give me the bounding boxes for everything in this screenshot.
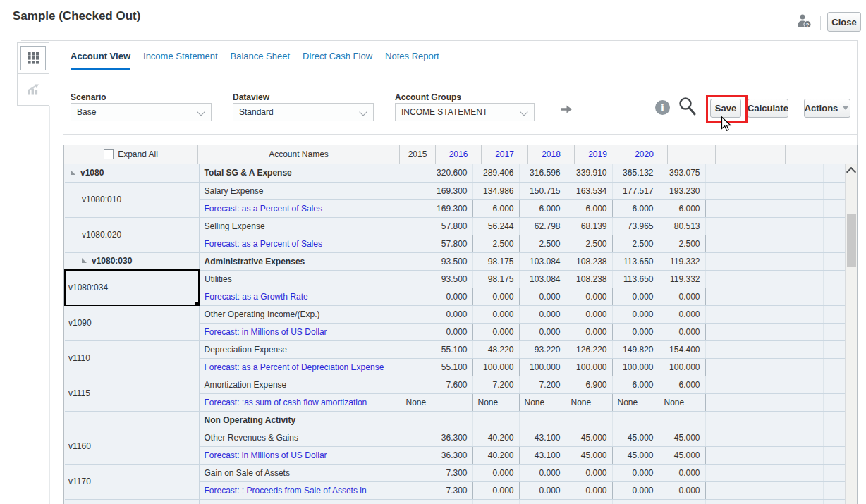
- expand-triangle-icon[interactable]: [82, 258, 87, 263]
- value-cell[interactable]: 2.500: [659, 235, 705, 252]
- value-cell[interactable]: 0.000: [401, 323, 472, 340]
- value-cell[interactable]: 6.000: [659, 199, 705, 217]
- forecast-method-link[interactable]: Forecast: : Proceeds from Sale of Assets…: [199, 481, 401, 499]
- account-code-cell[interactable]: v1080:020: [65, 217, 199, 252]
- value-cell[interactable]: 6.000: [612, 199, 659, 217]
- empty-cell[interactable]: [705, 235, 752, 252]
- value-cell[interactable]: None: [401, 393, 472, 411]
- value-cell[interactable]: 100.000: [659, 358, 705, 376]
- empty-cell[interactable]: [752, 305, 823, 323]
- empty-cell[interactable]: [823, 464, 846, 481]
- empty-cell[interactable]: [823, 305, 846, 323]
- value-cell[interactable]: 0.000: [519, 323, 566, 340]
- account-name-cell[interactable]: Depreciation Expense: [199, 340, 401, 358]
- value-cell[interactable]: 48.220: [472, 340, 519, 358]
- value-cell[interactable]: 73.965: [612, 217, 659, 235]
- value-cell[interactable]: None: [519, 393, 566, 411]
- year-column-header[interactable]: 2018: [528, 145, 575, 164]
- checked-out-user-icon[interactable]: ?: [795, 13, 814, 31]
- dataview-select[interactable]: Standard: [233, 103, 374, 121]
- empty-cell[interactable]: [752, 499, 823, 504]
- go-arrow-icon[interactable]: [559, 104, 573, 115]
- empty-cell[interactable]: [705, 217, 752, 235]
- value-cell[interactable]: 0.000: [659, 499, 705, 504]
- account-code-cell[interactable]: v1080:010: [65, 182, 199, 217]
- value-cell[interactable]: 2.500: [472, 235, 519, 252]
- scenario-select[interactable]: Base: [71, 103, 212, 121]
- value-cell[interactable]: 193.230: [659, 182, 705, 199]
- value-cell[interactable]: 0.000: [612, 464, 659, 481]
- value-cell[interactable]: [472, 411, 519, 429]
- value-cell[interactable]: None: [612, 393, 659, 411]
- value-cell[interactable]: [519, 411, 566, 429]
- empty-cell[interactable]: [705, 464, 752, 481]
- empty-cell[interactable]: [823, 481, 846, 499]
- account-name-cell[interactable]: Non-Salvage Sale of Asset: [199, 499, 401, 504]
- value-cell[interactable]: 0.000: [659, 305, 705, 323]
- empty-cell[interactable]: [752, 323, 823, 340]
- account-name-cell[interactable]: Utilities: [199, 270, 401, 288]
- value-cell[interactable]: 36.300: [401, 429, 472, 446]
- empty-cell[interactable]: [752, 481, 823, 499]
- value-cell[interactable]: 0.000: [659, 288, 705, 305]
- value-cell[interactable]: 103.084: [519, 252, 566, 270]
- empty-cell[interactable]: [752, 164, 823, 182]
- value-cell[interactable]: 0.000: [566, 481, 612, 499]
- value-cell[interactable]: 80.513: [659, 217, 705, 235]
- value-cell[interactable]: 98.175: [472, 270, 519, 288]
- scroll-up-arrow-icon[interactable]: [846, 167, 856, 177]
- value-cell[interactable]: 6.900: [566, 376, 612, 393]
- value-cell[interactable]: 45.000: [566, 429, 612, 446]
- account-code-cell[interactable]: v1080: [65, 164, 199, 182]
- empty-cell[interactable]: [823, 199, 846, 217]
- tab-account-view[interactable]: Account View: [71, 51, 130, 70]
- empty-cell[interactable]: [752, 182, 823, 199]
- forecast-method-link[interactable]: Forecast: as a Growth Rate: [199, 288, 401, 305]
- value-cell[interactable]: [566, 411, 612, 429]
- account-name-cell[interactable]: Total SG & A Expense: [199, 164, 401, 182]
- account-code-cell[interactable]: v1110: [65, 340, 199, 376]
- account-name-cell[interactable]: Gain on Sale of Assets: [199, 464, 401, 481]
- empty-cell[interactable]: [705, 393, 752, 411]
- value-cell[interactable]: 0.000: [612, 499, 659, 504]
- close-button[interactable]: Close: [827, 12, 861, 32]
- account-code-cell[interactable]: v1175: [65, 499, 199, 504]
- chart-view-button[interactable]: [18, 74, 49, 105]
- empty-cell[interactable]: [752, 358, 823, 376]
- account-code-cell[interactable]: v1090: [65, 305, 199, 340]
- value-cell[interactable]: 320.600: [401, 164, 472, 182]
- account-code-cell[interactable]: v1160: [65, 429, 199, 464]
- account-code-cell[interactable]: v1080:030: [65, 252, 199, 270]
- value-cell[interactable]: 0.000: [472, 464, 519, 481]
- value-cell[interactable]: 108.238: [566, 270, 612, 288]
- empty-cell[interactable]: [705, 446, 752, 464]
- value-cell[interactable]: 149.820: [612, 340, 659, 358]
- value-cell[interactable]: 163.534: [566, 182, 612, 199]
- value-cell[interactable]: 103.084: [519, 270, 566, 288]
- empty-cell[interactable]: [705, 499, 752, 504]
- value-cell[interactable]: 100.000: [612, 358, 659, 376]
- value-cell[interactable]: 0.000: [519, 305, 566, 323]
- value-cell[interactable]: 0.000: [566, 464, 612, 481]
- empty-cell[interactable]: [705, 199, 752, 217]
- empty-cell[interactable]: [752, 376, 823, 393]
- empty-cell[interactable]: [705, 323, 752, 340]
- value-cell[interactable]: 108.238: [566, 252, 612, 270]
- save-button[interactable]: Save: [710, 99, 741, 118]
- account-name-cell[interactable]: Amortization Expense: [199, 376, 401, 393]
- value-cell[interactable]: 6.000: [612, 376, 659, 393]
- value-cell[interactable]: 7.300: [401, 464, 472, 481]
- forecast-method-link[interactable]: Forecast: as a Percent of Depreciation E…: [199, 358, 401, 376]
- value-cell[interactable]: 57.800: [401, 217, 472, 235]
- empty-cell[interactable]: [752, 393, 823, 411]
- empty-cell[interactable]: [752, 252, 823, 270]
- year-column-header[interactable]: 2015: [400, 145, 436, 164]
- forecast-method-link[interactable]: Forecast: :as sum of cash flow amortizat…: [199, 393, 401, 411]
- empty-cell[interactable]: [823, 393, 846, 411]
- value-cell[interactable]: 93.500: [401, 270, 472, 288]
- value-cell[interactable]: 55.100: [401, 340, 472, 358]
- value-cell[interactable]: 0.000: [566, 288, 612, 305]
- forecast-method-link[interactable]: Forecast: as a Percent of Sales: [199, 235, 401, 252]
- value-cell[interactable]: 100.000: [472, 358, 519, 376]
- value-cell[interactable]: 43.100: [519, 429, 566, 446]
